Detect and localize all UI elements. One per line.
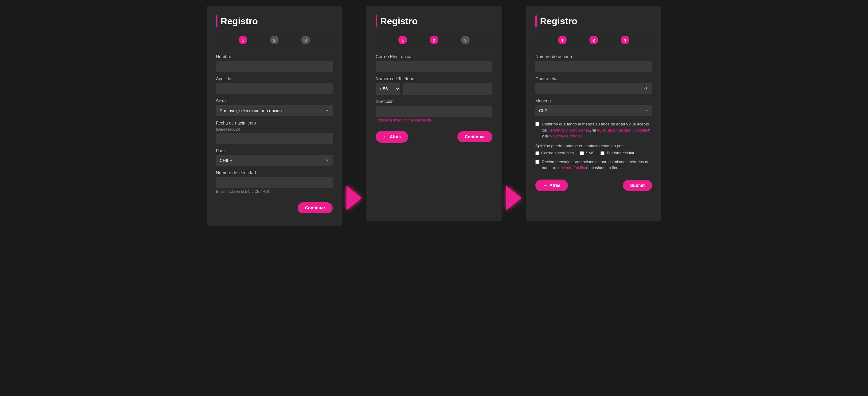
panel-3-title-area: Registro [535,16,652,27]
step-line-2-3 [279,40,301,40]
panel-2: Registro 1 2 3 Correo Electrónico Número… [366,6,502,221]
sexo-label: Sexo [216,98,333,103]
telefono-field-group: Número de Teléfono + 56 + 54 + 57 + 52 +… [376,76,492,95]
direccion-field-group: Dirección Ingrese la dirección manualmen… [376,99,492,122]
apellido-input[interactable] [216,83,333,94]
panel-2-title: Registro [380,16,418,26]
step-line-after-3 [310,40,333,40]
p3-step-line-after-3 [629,40,652,40]
p2-step-line-2-3 [438,40,461,40]
contact-phone-checkbox[interactable] [600,151,604,155]
p3-step-2-circle: 2 [589,36,598,44]
contact-phone-option: Teléfono celular [600,151,634,155]
terms-link[interactable]: Términos y condiciones [548,128,590,133]
phone-number-input[interactable] [403,83,492,95]
promo-link-text[interactable]: creciente familia [556,165,585,170]
p3-step-3-circle: 3 [621,36,629,44]
p3-step-line-1-2 [567,40,589,40]
email-input[interactable] [376,61,492,72]
password-label: Contraseña [535,76,652,81]
terms-checkbox[interactable] [535,122,539,126]
nombre-input[interactable] [216,61,333,72]
continuar-button-2[interactable]: Continuar [457,131,492,142]
panel-3-steps: 1 2 3 [535,36,652,44]
title-bar-icon-3 [535,16,537,27]
contact-options: Correo electrónico SMS Teléfono celular [535,151,652,155]
fecha-sublabel: (Día-Mes-Año) [216,127,333,132]
password-input[interactable] [535,83,652,94]
p2-step-1-circle: 1 [398,36,407,44]
panel-1-title-area: Registro [216,16,333,27]
panel-3-button-row: ← Atrás Submit [535,179,652,191]
atras-button-3[interactable]: ← Atrás [535,179,568,191]
username-label: Nombre de usuario [535,54,652,59]
step-3-circle: 3 [301,36,310,44]
step-line-1-2 [247,40,270,40]
direccion-label: Dirección [376,99,492,104]
apellido-field-group: Apellido [216,76,333,94]
nombre-field-group: Nombre [216,54,333,72]
username-field-group: Nombre de usuario [535,54,652,72]
panel-1: Registro 1 2 3 Nombre Apellido Sexo Por … [207,6,342,226]
contact-sms-option: SMS [580,151,594,155]
identidad-input[interactable] [216,177,333,188]
pais-label: País [216,148,333,153]
p2-step-2-circle: 2 [430,36,438,44]
apellido-label: Apellido [216,76,333,81]
moneda-field-group: Moneda CLP USD EUR [535,98,652,116]
sexo-field-group: Sexo Por favor, seleccione una opción Ma… [216,98,333,116]
checkbox-area: Confirmo que tengo al menos 18 años de e… [535,121,652,171]
pais-field-group: País CHILE ARGENTINA COLOMBIA MEXICO PER… [216,148,333,166]
fecha-label: Fecha de nacimiento [216,120,333,125]
atras-button-2[interactable]: ← Atrás [376,131,408,143]
panel-1-title: Registro [220,16,258,26]
contact-phone-label: Teléfono celular [606,151,634,155]
password-wrapper: 👁 [535,83,652,94]
funds-link[interactable]: Política de fondos [550,134,582,138]
p2-step-line-before-1 [376,40,398,40]
contact-sms-checkbox[interactable] [580,151,584,155]
panel-3-title: Registro [540,16,578,26]
identidad-hint: Encontrado en tu DNI / CE / RUC [216,189,333,194]
phone-prefix-select[interactable]: + 56 + 54 + 57 + 52 + 51 [376,83,400,95]
fecha-input[interactable] [216,133,333,144]
submit-button[interactable]: Submit [623,180,652,191]
step-1-circle: 1 [239,36,247,44]
moneda-label: Moneda [535,98,652,103]
atras-arrow-icon-2: ← [383,134,388,140]
p3-step-1-circle: 1 [558,36,567,44]
arrow-2 [502,186,526,210]
promo-checkbox[interactable] [535,160,539,164]
contact-label: SpinYoo puede ponerse en contacto conmig… [535,144,652,148]
pais-select[interactable]: CHILE ARGENTINA COLOMBIA MEXICO PERU [216,155,333,166]
terms-text: Confirmo que tengo al menos 18 años de e… [542,121,652,139]
fecha-field-group: Fecha de nacimiento (Día-Mes-Año) [216,120,333,144]
step-2-circle: 2 [270,36,279,44]
promo-text: Reciba mensajes promocionales por los mi… [542,159,652,171]
identidad-label: Número de identidad [216,170,333,175]
telefono-label: Número de Teléfono [376,76,492,81]
phone-row: + 56 + 54 + 57 + 52 + 51 [376,83,492,95]
identidad-field-group: Número de identidad Encontrado en tu DNI… [216,170,333,194]
username-input[interactable] [535,61,652,72]
privacy-link[interactable]: Aviso de privacidad y cookies [597,128,649,133]
atras-arrow-icon-3: ← [543,182,548,188]
panel-1-steps: 1 2 3 [216,36,333,44]
contact-sms-label: SMS [586,151,594,155]
nombre-label: Nombre [216,54,333,59]
direccion-input[interactable] [376,106,492,117]
moneda-select[interactable]: CLP USD EUR [535,105,652,116]
contact-email-label: Correo electrónico [541,151,574,155]
continuar-button-1[interactable]: Continuar [298,202,333,214]
panel-1-button-row: Continuar [216,202,333,214]
panel-2-steps: 1 2 3 [376,36,492,44]
step-line-before-1 [216,40,239,40]
eye-icon[interactable]: 👁 [644,86,649,91]
p3-step-line-2-3 [598,40,621,40]
sexo-select[interactable]: Por favor, seleccione una opción Masculi… [216,105,333,116]
email-field-group: Correo Electrónico [376,54,492,72]
email-label: Correo Electrónico [376,54,492,59]
arrow-right-icon-2 [506,186,522,210]
password-field-group: Contraseña 👁 [535,76,652,94]
contact-email-checkbox[interactable] [535,151,539,155]
